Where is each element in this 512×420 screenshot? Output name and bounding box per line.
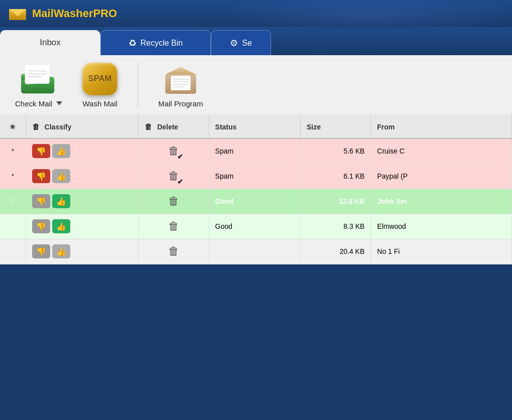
delete-cell[interactable]: 🗑 — [139, 189, 209, 214]
recycle-icon: ♻ — [129, 38, 137, 49]
delete-icon-header: 🗑 — [145, 122, 152, 131]
status-value: Spam — [215, 147, 234, 155]
star-cell[interactable]: * — [0, 189, 26, 214]
check-mail-label: Check Mail — [15, 99, 52, 108]
svg-line-10 — [28, 73, 47, 74]
thumb-up-button[interactable]: 👍 — [52, 169, 70, 183]
trash-icon[interactable]: 🗑 — [168, 245, 179, 258]
th-classify[interactable]: 🗑 Classify — [26, 115, 139, 138]
status-header-label: Status — [215, 123, 237, 131]
trash-icon[interactable]: 🗑 — [168, 195, 179, 208]
app-header: MailWasherPRO — [0, 0, 512, 27]
size-cell: 6.1 KB — [300, 164, 370, 189]
mail-program-svg — [163, 61, 198, 96]
classify-cell: 👎👍 — [26, 189, 139, 214]
star-cell[interactable]: * — [0, 138, 26, 164]
from-cell: Cruise C — [371, 138, 512, 164]
status-value: Good — [215, 222, 232, 230]
size-value: 8.3 KB — [343, 222, 364, 230]
size-cell: 8.3 KB — [300, 214, 370, 239]
status-cell: Good — [209, 214, 300, 239]
star-cell[interactable] — [0, 214, 26, 239]
table-header-row: ✳ 🗑 Classify 🗑 Delete Status Size From — [0, 115, 512, 138]
table-row: 👎👍🗑Good8.3 KBElmwood — [0, 214, 512, 239]
tab-inbox[interactable]: Inbox — [0, 30, 100, 55]
status-cell: Spam — [209, 164, 300, 189]
size-value: 5.6 KB — [343, 147, 364, 155]
wash-mail-label: Wash Mail — [82, 99, 117, 108]
th-size[interactable]: Size — [300, 115, 370, 138]
delete-header-label: Delete — [157, 123, 178, 131]
delete-cell[interactable]: 🗑 — [139, 214, 209, 239]
classify-header-label: Classify — [45, 123, 72, 131]
size-value: 13.6 KB — [339, 197, 364, 205]
app-logo-icon — [8, 5, 27, 22]
email-table-body: *👎👍🗑✔Spam5.6 KBCruise C*👎👍🗑✔Spam6.1 KBPa… — [0, 138, 512, 264]
from-value: Elmwood — [377, 222, 406, 230]
status-cell — [209, 239, 300, 264]
check-mail-button[interactable]: Check Mail — [15, 63, 62, 108]
thumb-up-button[interactable]: 👍 — [52, 194, 70, 208]
from-value: No 1 Fi — [377, 247, 400, 255]
th-star[interactable]: ✳ — [0, 115, 26, 138]
thumb-up-button[interactable]: 👍 — [52, 144, 70, 158]
check-mail-dropdown-arrow[interactable] — [56, 101, 62, 105]
table-row: *👎👍🗑Good13.6 KBJohn Sm — [0, 189, 512, 214]
trash-header-icon: 🗑 — [32, 122, 40, 131]
from-value: Cruise C — [377, 147, 404, 155]
trash-icon[interactable]: 🗑✔ — [168, 170, 179, 183]
status-cell: Spam — [209, 138, 300, 164]
main-toolbar: Check Mail SPAM Wash Mail — [0, 55, 512, 115]
check-mail-icon — [21, 63, 56, 95]
email-table: ✳ 🗑 Classify 🗑 Delete Status Size From — [0, 115, 512, 264]
inbox-tab-label: Inbox — [40, 38, 61, 48]
mail-program-icon — [163, 63, 198, 95]
th-delete[interactable]: 🗑 Delete — [139, 115, 209, 138]
thumb-down-button[interactable]: 👎 — [32, 144, 50, 158]
thumb-down-button[interactable]: 👎 — [32, 194, 50, 208]
from-value: Paypal (P — [377, 172, 408, 180]
spam-button-icon: SPAM — [82, 63, 117, 95]
size-cell: 20.4 KB — [300, 239, 370, 264]
star-cell[interactable] — [0, 239, 26, 264]
delete-cell[interactable]: 🗑✔ — [139, 138, 209, 164]
from-cell: Paypal (P — [371, 164, 512, 189]
from-cell: No 1 Fi — [371, 239, 512, 264]
th-status[interactable]: Status — [209, 115, 300, 138]
toolbar-divider — [138, 63, 138, 108]
th-from[interactable]: From — [371, 115, 512, 138]
star-header-icon: ✳ — [10, 123, 16, 131]
table-row: *👎👍🗑✔Spam5.6 KBCruise C — [0, 138, 512, 164]
svg-line-9 — [28, 71, 47, 71]
email-list-container: ✳ 🗑 Classify 🗑 Delete Status Size From — [0, 115, 512, 264]
recycle-tab-label: Recycle Bin — [141, 39, 183, 48]
trash-icon[interactable]: 🗑 — [168, 220, 179, 233]
delete-check-mark: ✔ — [177, 178, 183, 186]
classify-cell: 👎👍 — [26, 214, 139, 239]
tab-bar: Inbox ♻ Recycle Bin ⚙ Se — [0, 27, 512, 55]
size-header-label: Size — [307, 123, 321, 131]
svg-rect-12 — [171, 76, 190, 90]
table-row: *👎👍🗑✔Spam6.1 KBPaypal (P — [0, 164, 512, 189]
from-header-label: From — [377, 123, 395, 131]
mail-program-label: Mail Program — [158, 99, 203, 108]
classify-cell: 👎👍 — [26, 138, 139, 164]
tab-recycle-bin[interactable]: ♻ Recycle Bin — [100, 30, 211, 55]
thumb-down-button[interactable]: 👎 — [32, 169, 50, 183]
status-value: Good — [215, 197, 234, 205]
from-cell: Elmwood — [371, 214, 512, 239]
classify-cell: 👎👍 — [26, 239, 139, 264]
thumb-up-button[interactable]: 👍 — [52, 219, 70, 233]
thumb-down-button[interactable]: 👎 — [32, 219, 50, 233]
table-row: 👎👍🗑20.4 KBNo 1 Fi — [0, 239, 512, 264]
gear-icon: ⚙ — [230, 38, 238, 49]
wash-mail-button[interactable]: SPAM Wash Mail — [82, 63, 117, 108]
tab-settings[interactable]: ⚙ Se — [211, 30, 271, 55]
delete-cell[interactable]: 🗑✔ — [139, 164, 209, 189]
mail-program-button[interactable]: Mail Program — [158, 63, 203, 108]
thumb-down-button[interactable]: 👎 — [32, 244, 50, 258]
trash-icon[interactable]: 🗑✔ — [168, 145, 179, 158]
star-cell[interactable]: * — [0, 164, 26, 189]
thumb-up-button[interactable]: 👍 — [52, 244, 70, 258]
delete-cell[interactable]: 🗑 — [139, 239, 209, 264]
